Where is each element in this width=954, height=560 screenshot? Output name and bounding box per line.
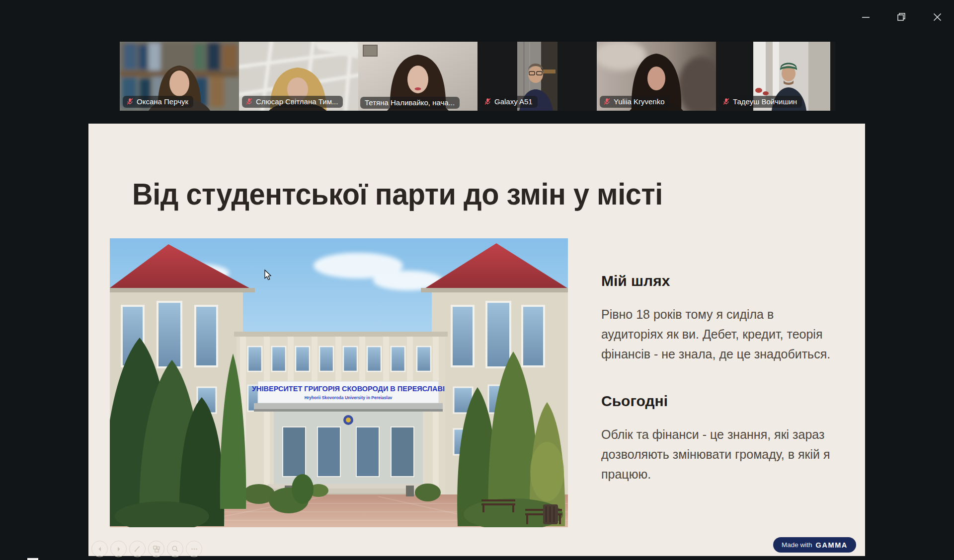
zoom-search-button[interactable] <box>167 541 183 557</box>
previous-slide-button[interactable] <box>91 541 108 557</box>
participant-name-pill: Слюсар Світлана Тим... <box>242 96 343 108</box>
window-controls <box>856 7 947 27</box>
participant-tile-tetiana-nalyvaiko[interactable]: Тетяна Наливайко, нача... <box>358 42 477 111</box>
participant-tile-yuliia-kryvenko[interactable]: Yuliia Kryvenko <box>597 42 716 111</box>
presentation-toolbar <box>91 541 202 557</box>
slide-title: Від студентської парти до змін у місті <box>132 176 663 211</box>
draw-pen-button[interactable] <box>129 541 146 557</box>
section-heading-today: Сьогодні <box>601 393 668 410</box>
participant-tile-sliusar-svitlana[interactable]: Слюсар Світлана Тим... <box>239 42 358 111</box>
participant-name: Yuliia Kryvenko <box>614 97 665 106</box>
participant-name-pill: Galaxy A51 <box>480 96 538 108</box>
building-banner-line2: Hryhorii Skovoroda University in Pereias… <box>305 395 393 400</box>
building-banner-line1: УНІВЕРСИТЕТ ГРИГОРІЯ СКОВОРОДИ В ПЕРЕЯСЛ… <box>252 385 445 393</box>
section-body-my-path: Рівно 18 років тому я сиділа в аудиторія… <box>601 304 835 364</box>
participant-name-pill: Тадеуш Войчишин <box>719 96 802 108</box>
muted-mic-icon <box>722 98 730 105</box>
badge-prefix: Made with <box>782 541 812 549</box>
participant-tile-oksana-perchuk[interactable]: Оксана Перчук <box>120 42 239 111</box>
more-options-button[interactable] <box>186 541 202 557</box>
shared-slide: Від студентської парти до змін у місті <box>88 124 865 556</box>
grid-view-button[interactable] <box>148 541 164 557</box>
participant-name-pill: Yuliia Kryvenko <box>600 96 670 108</box>
participant-strip: Оксана Перчук <box>120 42 835 111</box>
made-with-gamma-badge[interactable]: Made with GAMMA <box>773 537 856 553</box>
muted-mic-icon <box>245 98 253 105</box>
gamma-logo: GAMMA <box>816 541 848 549</box>
participant-name: Тетяна Наливайко, нача... <box>365 98 455 107</box>
participant-tile-tadeush-voichyshyn[interactable]: Тадеуш Войчишин <box>716 42 835 111</box>
muted-mic-icon <box>484 98 491 105</box>
next-slide-button[interactable] <box>110 541 127 557</box>
participant-tile-galaxy-a51[interactable]: Galaxy A51 <box>477 42 597 111</box>
participant-name-pill: Тетяна Наливайко, нача... <box>360 97 460 109</box>
restore-button[interactable] <box>891 7 911 27</box>
close-button[interactable] <box>927 7 947 27</box>
section-heading-my-path: Мій шлях <box>601 273 670 289</box>
university-photo: УНІВЕРСИТЕТ ГРИГОРІЯ СКОВОРОДИ В ПЕРЕЯСЛ… <box>110 238 568 527</box>
section-body-today: Облік та фінанси - це знання, які зараз … <box>601 424 835 484</box>
participant-name: Galaxy A51 <box>494 97 533 106</box>
taskbar-artifact <box>27 558 38 560</box>
minimize-button[interactable] <box>856 7 875 27</box>
muted-mic-icon <box>126 98 134 105</box>
muted-mic-icon <box>603 98 611 105</box>
participant-name: Тадеуш Войчишин <box>733 97 797 106</box>
participant-name: Слюсар Світлана Тим... <box>256 97 338 106</box>
participant-name-pill: Оксана Перчук <box>123 96 193 108</box>
participant-name: Оксана Перчук <box>137 97 188 106</box>
